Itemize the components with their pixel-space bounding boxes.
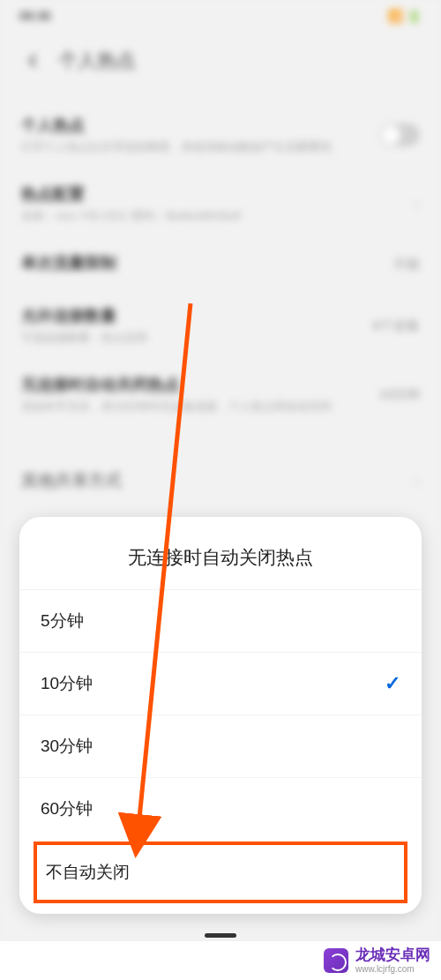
watermark-title: 龙城安卓网 xyxy=(355,947,430,964)
setting-sub: 可选连接数量：热点启用 xyxy=(21,330,373,346)
watermark: 龙城安卓网 www.lcjrfg.com xyxy=(0,941,441,980)
auto-off-modal: 无连接时自动关闭热点 5分钟 10分钟 ✓ 30分钟 60分钟 不自动关闭 xyxy=(19,517,422,914)
setting-max-connections[interactable]: 允许连接数量 可选连接数量：热点启用 8个设备 xyxy=(21,291,420,360)
watermark-url: www.lcjrfg.com xyxy=(355,964,430,974)
option-label: 5分钟 xyxy=(41,610,84,632)
other-share-label: 其他共享方式 xyxy=(21,469,122,492)
settings-list: 个人热点 打开个人热点以共享您的蜂窝，将使用移动数据产生流量费用。 热点配置 名… xyxy=(0,92,441,438)
option-label: 10分钟 xyxy=(41,672,93,695)
option-30min[interactable]: 30分钟 xyxy=(19,714,422,777)
setting-value: 不限 xyxy=(393,257,420,273)
modal-title: 无连接时自动关闭热点 xyxy=(19,517,422,589)
setting-title: 热点配置 xyxy=(21,183,415,205)
checkmark-icon: ✓ xyxy=(385,672,400,695)
option-never-off[interactable]: 不自动关闭 xyxy=(34,842,407,903)
setting-other-share[interactable]: 其他共享方式 › xyxy=(0,452,441,510)
option-10min[interactable]: 10分钟 ✓ xyxy=(19,652,422,714)
setting-value: 10分钟 xyxy=(378,386,420,403)
page-title: 个人热点 xyxy=(58,48,136,74)
option-5min[interactable]: 5分钟 xyxy=(19,589,422,652)
page-header: 个人热点 xyxy=(0,32,441,92)
setting-title: 允许连接数量 xyxy=(21,305,373,326)
chevron-right-icon: › xyxy=(415,472,420,490)
setting-hotspot-config[interactable]: 热点配置 名称：vivo Y30 2021 密码：9tu8w39h30uff › xyxy=(21,169,420,238)
setting-sub: 名称：vivo Y30 2021 密码：9tu8w39h30uff xyxy=(21,208,415,224)
option-label: 不自动关闭 xyxy=(46,863,130,881)
status-time: 09:30 xyxy=(19,9,51,23)
setting-sub: 启动本开关后，若10分钟内无设备连接，个人热点将自动关闭 xyxy=(21,399,378,415)
setting-title: 个人热点 xyxy=(21,115,379,136)
setting-hotspot-toggle[interactable]: 个人热点 打开个人热点以共享您的蜂窝，将使用移动数据产生流量费用。 xyxy=(21,101,420,169)
option-60min[interactable]: 60分钟 xyxy=(19,777,422,840)
setting-sub: 打开个人热点以共享您的蜂窝，将使用移动数据产生流量费用。 xyxy=(21,139,379,155)
toggle-switch[interactable] xyxy=(379,123,420,146)
back-icon[interactable] xyxy=(25,52,42,70)
status-bar: 09:30 📶 🔋 xyxy=(0,0,441,32)
option-label: 30分钟 xyxy=(41,735,93,758)
setting-data-limit[interactable]: 单次流量限制 不限 xyxy=(21,238,420,291)
status-icons: 📶 🔋 xyxy=(388,9,422,23)
setting-title: 单次流量限制 xyxy=(21,252,393,273)
option-label: 60分钟 xyxy=(41,797,93,820)
chevron-right-icon: › xyxy=(415,195,420,213)
watermark-logo-icon xyxy=(324,948,348,973)
setting-value: 8个设备 xyxy=(373,318,420,334)
setting-auto-off[interactable]: 无连接时自动关闭热点 启动本开关后，若10分钟内无设备连接，个人热点将自动关闭 … xyxy=(21,360,420,429)
home-indicator[interactable] xyxy=(205,933,236,938)
setting-title: 无连接时自动关闭热点 xyxy=(21,374,378,395)
